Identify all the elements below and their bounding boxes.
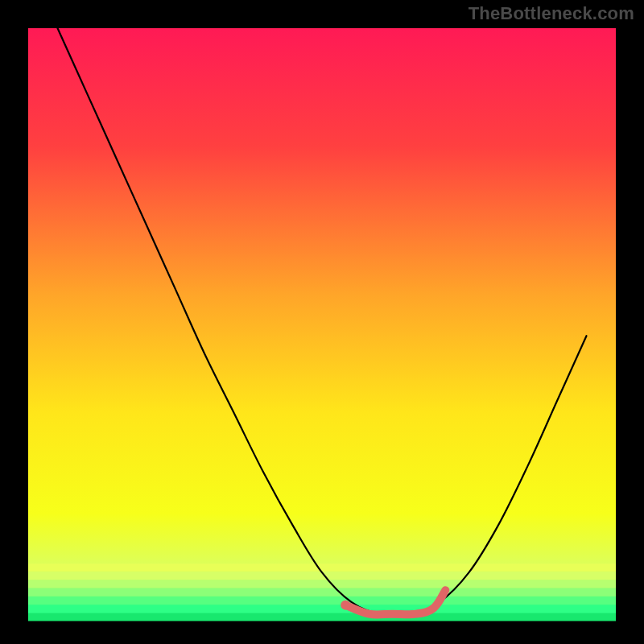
gradient-background: [28, 28, 616, 620]
highlight-start-dot: [341, 601, 350, 610]
chart-stage: TheBottleneck.com: [0, 0, 644, 644]
bottom-band: [28, 605, 616, 613]
bottom-band: [28, 580, 616, 588]
bottom-band: [28, 613, 616, 621]
bottom-band: [28, 588, 616, 597]
bottom-band: [28, 564, 616, 572]
bottom-band: [28, 597, 616, 605]
bottleneck-chart: [0, 0, 644, 644]
